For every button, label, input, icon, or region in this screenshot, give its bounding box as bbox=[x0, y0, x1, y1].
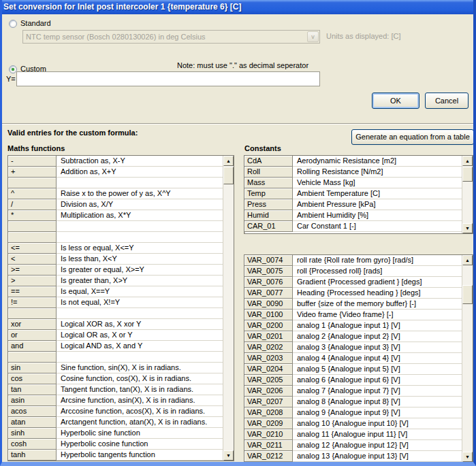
entry-description: Video frame {Video frame} [-] bbox=[293, 310, 462, 320]
table-row[interactable]: CAR_01Car Constant 1 [-] bbox=[244, 221, 462, 232]
table-row[interactable]: RollRolling Resistance [N/m2] bbox=[244, 167, 462, 178]
entry-name: * bbox=[8, 210, 57, 221]
entry-description: Logical AND as, X and Y bbox=[57, 341, 223, 352]
table-row[interactable]: VAR_0074roll rate {Roll rate from gyro} … bbox=[244, 255, 462, 266]
table-row[interactable]: VAR_0211analog 12 {Analogue input 12} [V… bbox=[244, 440, 462, 451]
entry-name: VAR_0201 bbox=[244, 331, 293, 342]
table-row[interactable]: VAR_0090buffer {size of the memory buffe… bbox=[244, 299, 462, 310]
table-row[interactable]: VAR_0203analog 4 {Analogue input 4} [V] bbox=[244, 353, 462, 364]
table-row[interactable]: VAR_0210analog 11 {Analogue input 11} [V… bbox=[244, 429, 462, 440]
entry-description: Is less than, X<Y bbox=[57, 254, 223, 265]
variables-scrollbar[interactable]: ▲ ▼ bbox=[462, 255, 473, 462]
table-row[interactable]: VAR_0076Gradient {Processed gradient } [… bbox=[244, 277, 462, 288]
table-row[interactable]: sinhHyperbolic sine function bbox=[8, 428, 223, 439]
entry-description: analog 3 {Analogue input 3} [V] bbox=[293, 342, 462, 353]
table-row[interactable]: asinArcsine function, asin(X), X is in r… bbox=[8, 395, 223, 406]
standard-radio-label[interactable]: Standard bbox=[20, 19, 51, 27]
table-row[interactable]: -Subtraction as, X-Y bbox=[8, 156, 223, 167]
table-row[interactable] bbox=[8, 221, 223, 232]
table-row[interactable] bbox=[8, 308, 223, 319]
table-row[interactable]: VAR_0207analog 8 {Analogue input 8} [V] bbox=[244, 397, 462, 407]
table-row[interactable]: VAR_0208analog 9 {Analogue input 9} [V] bbox=[244, 407, 462, 418]
standard-sensor-combobox[interactable]: NTC temp sensor (Bosch 0280130026) in de… bbox=[22, 30, 320, 44]
table-row[interactable]: <Is less than, X<Y bbox=[8, 254, 223, 265]
table-row[interactable]: VAR_0077Heading {Processed heading } [de… bbox=[244, 288, 462, 299]
table-row[interactable] bbox=[8, 352, 223, 363]
table-row[interactable]: *Multiplication as, X*Y bbox=[8, 210, 223, 221]
entry-name: VAR_0074 bbox=[244, 255, 293, 266]
table-row[interactable] bbox=[8, 232, 223, 243]
scroll-down-icon[interactable]: ▼ bbox=[223, 450, 234, 461]
entry-name: VAR_0077 bbox=[244, 288, 293, 299]
valid-entries-heading: Valid entries for the custom formula: bbox=[7, 129, 138, 137]
scroll-down-icon[interactable]: ▼ bbox=[462, 452, 473, 462]
constants-scrollbar[interactable]: ▲ ▼ bbox=[462, 156, 473, 233]
table-row[interactable]: VAR_0201analog 2 {Analogue input 2} [V] bbox=[244, 331, 462, 342]
y-equals-label: Y= bbox=[6, 75, 16, 83]
table-row[interactable]: >=Is greater or equal, X>=Y bbox=[8, 265, 223, 276]
table-row[interactable]: VAR_0200analog 1 {Analogue input 1} [V] bbox=[244, 320, 462, 331]
title-bar[interactable]: Set conversion for Inlet post intercoole… bbox=[0, 0, 476, 14]
entry-name: VAR_0200 bbox=[244, 320, 293, 331]
entry-name: tan bbox=[8, 384, 57, 395]
table-row[interactable]: tanTangent function, tan(X), X is in rad… bbox=[8, 384, 223, 395]
table-row[interactable]: VAR_0206analog 7 {Analogue input 7} [V] bbox=[244, 386, 462, 397]
table-row[interactable]: MassVehicle Mass [kg] bbox=[244, 178, 462, 188]
table-row[interactable]: /Division as, X/Y bbox=[8, 199, 223, 210]
table-row[interactable]: orLogical OR as, X or Y bbox=[8, 330, 223, 341]
table-row[interactable]: acosArccosine function, acos(X), X is in… bbox=[8, 406, 223, 417]
table-row[interactable]: VAR_0100Video frame {Video frame} [-] bbox=[244, 310, 462, 320]
scrollbar-thumb[interactable] bbox=[223, 167, 234, 184]
table-row[interactable]: VAR_0212analog 13 {Analogue input 13} [V… bbox=[244, 451, 462, 462]
entry-description bbox=[57, 352, 223, 363]
decimal-separator-note: Note: must use "." as decimal seperator bbox=[177, 61, 308, 69]
scroll-up-icon[interactable]: ▲ bbox=[462, 156, 473, 166]
entry-name: acos bbox=[8, 406, 57, 417]
maths-scrollbar[interactable]: ▲ ▼ bbox=[223, 156, 234, 461]
table-row[interactable]: sinSine function, sin(X), X is in radian… bbox=[8, 363, 223, 373]
scrollbar-thumb[interactable] bbox=[462, 167, 473, 182]
entry-description: Subtraction as, X-Y bbox=[57, 156, 223, 167]
scrollbar-thumb[interactable] bbox=[462, 285, 473, 304]
scroll-up-icon[interactable]: ▲ bbox=[223, 156, 234, 166]
table-row[interactable]: VAR_0204analog 5 {Analogue input 5} [V] bbox=[244, 364, 462, 375]
table-row[interactable]: tanhHyperbolic tangents function bbox=[8, 450, 223, 461]
entry-description: Arccosine function, acos(X), X is in rad… bbox=[57, 406, 223, 417]
formula-input[interactable] bbox=[16, 71, 320, 86]
table-row[interactable]: PressAmbient Pressure [kPa] bbox=[244, 199, 462, 210]
entry-name: Press bbox=[244, 199, 293, 210]
table-row[interactable]: ^Raise x to the power of y as, X^Y bbox=[8, 188, 223, 199]
table-row[interactable]: coshHyperbolic cosine function bbox=[8, 439, 223, 450]
table-row[interactable]: CdAAerodynamic Resistance [m2] bbox=[244, 156, 462, 167]
table-row[interactable]: andLogical AND as, X and Y bbox=[8, 341, 223, 352]
table-row[interactable]: VAR_0205analog 6 {Analogue input 6} [V] bbox=[244, 375, 462, 386]
table-row[interactable]: VAR_0209analog 10 {Analogue input 10} [V… bbox=[244, 418, 462, 429]
section-divider bbox=[2, 123, 473, 124]
table-row[interactable]: <=Is less or equal, X<=Y bbox=[8, 243, 223, 254]
table-row[interactable]: VAR_0075roll {Processed roll} [rads] bbox=[244, 266, 462, 277]
entry-name: VAR_0210 bbox=[244, 429, 293, 440]
table-row[interactable]: xorLogical XOR as, X xor Y bbox=[8, 319, 223, 330]
entry-description: analog 2 {Analogue input 2} [V] bbox=[293, 331, 462, 342]
table-row[interactable]: +Addition as, X+Y bbox=[8, 167, 223, 178]
entry-description: Raise x to the power of y as, X^Y bbox=[57, 188, 223, 199]
table-row[interactable]: >Is greater than, X>Y bbox=[8, 276, 223, 286]
table-row[interactable]: ==Is equal, X==Y bbox=[8, 286, 223, 297]
table-row[interactable]: atanArctangent function, atan(X), X is i… bbox=[8, 417, 223, 428]
entry-name: VAR_0202 bbox=[244, 342, 293, 353]
table-row[interactable]: HumidAmbient Humidity [%] bbox=[244, 210, 462, 221]
variables-table: VAR_0074roll rate {Roll rate from gyro} … bbox=[244, 254, 473, 463]
table-row[interactable]: TempAmbient Temperature [C] bbox=[244, 188, 462, 199]
chevron-down-icon[interactable]: v bbox=[307, 31, 319, 42]
scroll-up-icon[interactable]: ▲ bbox=[462, 255, 473, 265]
scroll-down-icon[interactable]: ▼ bbox=[462, 223, 473, 233]
table-row[interactable]: !=Is not equal, X!=Y bbox=[8, 297, 223, 308]
table-row[interactable]: cosCosine function, cos(X), X is in radi… bbox=[8, 373, 223, 384]
generate-equation-button[interactable]: Generate an equation from a table bbox=[351, 129, 474, 145]
ok-button[interactable]: OK bbox=[372, 93, 419, 109]
entry-description: analog 12 {Analogue input 12} [V] bbox=[293, 440, 462, 451]
table-row[interactable] bbox=[8, 178, 223, 188]
standard-radio[interactable] bbox=[9, 20, 17, 28]
table-row[interactable]: VAR_0202analog 3 {Analogue input 3} [V] bbox=[244, 342, 462, 353]
cancel-button[interactable]: Cancel bbox=[425, 93, 469, 109]
